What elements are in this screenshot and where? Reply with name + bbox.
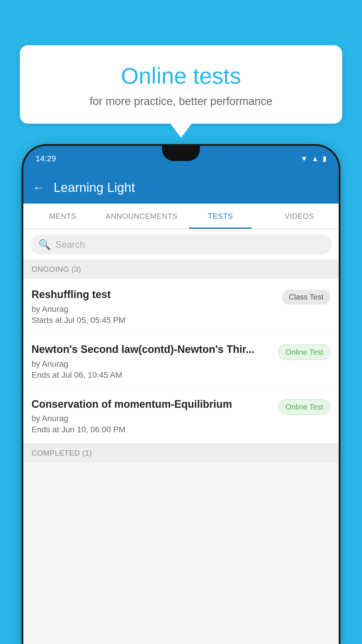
phone-inner: 14:29 ▼ ▲ ▮ ← Learning Light MENTS ANNOU… [23,146,339,644]
tab-tests[interactable]: TESTS [181,204,260,229]
battery-icon: ▮ [323,155,326,163]
search-icon: 🔍 [38,239,51,250]
wifi-icon: ▼ [301,155,307,163]
test-badge-1: Class Test [282,290,331,304]
back-button[interactable]: ← [33,181,44,194]
test-badge-2: Online Test [278,344,331,360]
test-badge-3: Online Test [278,399,331,415]
test-item-info-3: Conservation of momentum-Equilibrium by … [31,398,278,435]
ongoing-section-header: ONGOING (3) [23,260,339,279]
phone-notch [162,146,200,161]
test-author-3: by Anurag [31,414,272,423]
test-name-2: Newton's Second law(contd)-Newton's Thir… [31,343,272,356]
search-bar-container: 🔍 Search [23,229,339,260]
app-bar-title: Learning Light [54,180,135,195]
tabs-bar: MENTS ANNOUNCEMENTS TESTS VIDEOS [23,204,339,229]
search-bar[interactable]: 🔍 Search [30,235,332,254]
test-item-reshuffling[interactable]: Reshuffling test by Anurag Starts at Jul… [23,279,339,334]
tab-ments[interactable]: MENTS [23,204,102,229]
search-placeholder: Search [55,239,85,250]
phone-frame: 14:29 ▼ ▲ ▮ ← Learning Light MENTS ANNOU… [23,146,339,644]
test-name-3: Conservation of momentum-Equilibrium [31,398,272,411]
test-time-2: Ends at Jul 06, 10:45 AM [31,370,272,380]
test-author-1: by Anurag [31,304,276,314]
status-time: 14:29 [36,154,56,163]
speech-bubble: Online tests for more practice, better p… [20,45,342,124]
bubble-subtitle: for more practice, better performance [34,95,328,108]
content-area: 🔍 Search ONGOING (3) Reshuffling test by… [23,229,339,644]
tab-announcements[interactable]: ANNOUNCEMENTS [102,204,181,229]
bubble-title: Online tests [34,63,328,89]
test-time-1: Starts at Jul 05, 05:45 PM [31,316,276,325]
test-name-1: Reshuffling test [31,288,276,302]
test-time-3: Ends at Jun 10, 06:00 PM [31,425,272,434]
tab-videos[interactable]: VIDEOS [260,204,339,229]
status-icons: ▼ ▲ ▮ [301,155,326,163]
signal-icon: ▲ [312,155,319,163]
test-item-newton[interactable]: Newton's Second law(contd)-Newton's Thir… [23,334,339,389]
status-bar: 14:29 ▼ ▲ ▮ [23,146,339,172]
test-author-2: by Anurag [31,359,272,369]
app-bar: ← Learning Light [23,172,339,204]
test-item-info-2: Newton's Second law(contd)-Newton's Thir… [31,343,278,380]
test-item-conservation[interactable]: Conservation of momentum-Equilibrium by … [23,389,339,444]
test-item-info-1: Reshuffling test by Anurag Starts at Jul… [31,288,282,325]
completed-section-header: COMPLETED (1) [23,443,339,463]
